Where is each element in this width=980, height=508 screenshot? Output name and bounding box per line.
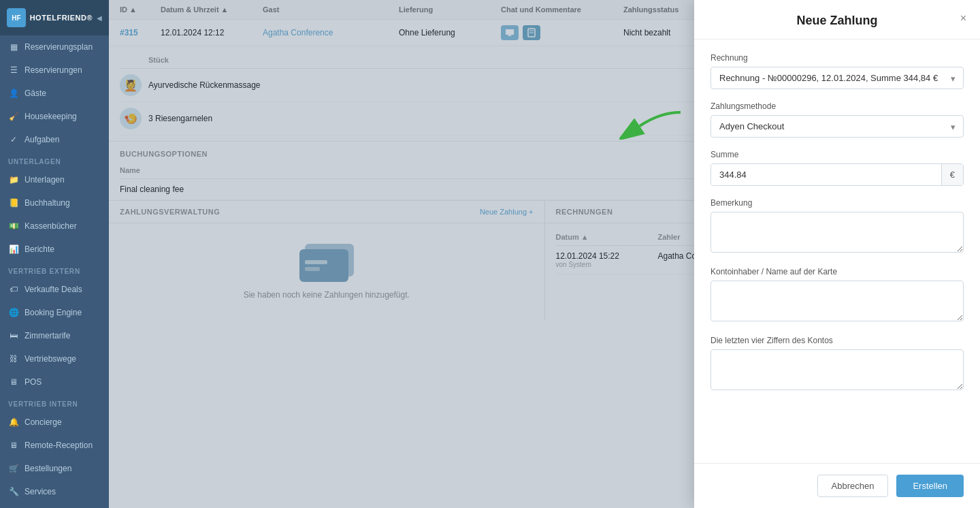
sidebar-toggle-icon[interactable]: ◀: [97, 14, 102, 22]
create-button[interactable]: Erstellen: [896, 475, 964, 497]
section-vertrieb-extern: VERTRIEB EXTERN: [0, 261, 109, 278]
main-content: ID ▲ Datum & Uhrzeit ▲ Gast Lieferung Ch…: [109, 0, 980, 508]
sidebar-item-concierge[interactable]: 🔔 Concierge: [0, 411, 109, 434]
arrow-indicator: [619, 106, 674, 133]
rechnung-select-wrapper: Rechnung - №00000296, 12.01.2024, Summe …: [710, 67, 964, 89]
panel-body: Rechnung Rechnung - №00000296, 12.01.202…: [694, 39, 980, 463]
sidebar-item-remote-reception[interactable]: 🖥 Remote-Reception: [0, 434, 109, 457]
list-icon: ☰: [8, 65, 19, 76]
sidebar-item-kassenbuecher[interactable]: 💵 Kassenbücher: [0, 215, 109, 238]
sidebar-item-aufgaben[interactable]: ✓ Aufgaben: [0, 128, 109, 151]
zahlungsmethode-select-wrapper: Adyen Checkout: [710, 115, 964, 138]
zahlungsmethode-select[interactable]: Adyen Checkout: [710, 115, 964, 138]
book-icon: 📒: [8, 197, 19, 208]
network-icon: ⛓: [8, 353, 19, 364]
panel-header: Neue Zahlung ×: [694, 0, 980, 39]
rechnung-select[interactable]: Rechnung - №00000296, 12.01.2024, Summe …: [710, 67, 964, 89]
rechnung-label: Rechnung: [710, 53, 964, 63]
sidebar-item-zimmertarife[interactable]: 🛏 Zimmertarife: [0, 324, 109, 347]
monitor-icon: 🖥: [8, 440, 19, 451]
sidebar-item-verkaufte-deals[interactable]: 🏷 Verkaufte Deals: [0, 278, 109, 301]
sidebar-item-unterlagen[interactable]: 📁 Unterlagen: [0, 168, 109, 191]
bed-icon: 🛏: [8, 330, 19, 341]
sidebar-item-services[interactable]: 🔧 Services: [0, 480, 109, 503]
person-icon: 👤: [8, 88, 19, 99]
summe-wrapper: €: [710, 163, 964, 186]
sidebar-item-berichte[interactable]: 📊 Berichte: [0, 238, 109, 261]
sidebar: HF HOTELFRIEND® ◀ ▦ Reservierungsplan ☰ …: [0, 0, 109, 508]
rechnung-group: Rechnung Rechnung - №00000296, 12.01.202…: [710, 53, 964, 89]
logo-icon: HF: [7, 8, 26, 27]
sidebar-item-pos[interactable]: 🖥 POS: [0, 370, 109, 394]
globe-icon: 🌐: [8, 307, 19, 318]
cancel-button[interactable]: Abbrechen: [817, 475, 889, 497]
pos-icon: 🖥: [8, 377, 19, 387]
close-button[interactable]: ×: [960, 12, 966, 25]
kontoinhaber-group: Kontoinhaber / Name auf der Karte: [710, 267, 964, 323]
panel-footer: Abbrechen Erstellen: [694, 463, 980, 508]
summe-currency: €: [941, 164, 963, 185]
summe-label: Summe: [710, 150, 964, 159]
bemerkung-group: Bemerkung: [710, 198, 964, 255]
zahlungsmethode-label: Zahlungsmethode: [710, 101, 964, 111]
check-icon: ✓: [8, 134, 19, 145]
sidebar-item-reservierungsplan[interactable]: ▦ Reservierungsplan: [0, 35, 109, 59]
sidebar-item-vertriebswege[interactable]: ⛓ Vertriebswege: [0, 347, 109, 370]
sidebar-logo[interactable]: HF HOTELFRIEND® ◀: [0, 0, 109, 35]
kontoinhaber-label: Kontoinhaber / Name auf der Karte: [710, 267, 964, 276]
section-vertrieb-intern: VERTRIEB INTERN: [0, 394, 109, 411]
sidebar-item-ticket-support[interactable]: 🎫 Ticket Support: [0, 503, 109, 508]
wrench-icon: 🔧: [8, 486, 19, 497]
sidebar-item-reservierungen[interactable]: ☰ Reservierungen: [0, 59, 109, 82]
last-four-group: Die letzten vier Ziffern des Kontos: [710, 336, 964, 392]
calendar-icon: ▦: [8, 42, 19, 52]
last-four-textarea[interactable]: [710, 349, 964, 390]
last-four-label: Die letzten vier Ziffern des Kontos: [710, 336, 964, 345]
sidebar-item-booking-engine[interactable]: 🌐 Booking Engine: [0, 301, 109, 324]
summe-group: Summe €: [710, 150, 964, 186]
section-unterlagen: UNTERLAGEN: [0, 151, 109, 168]
neue-zahlung-panel: Neue Zahlung × Rechnung Rechnung - №0000…: [694, 0, 980, 508]
sidebar-item-buchhaltung[interactable]: 📒 Buchhaltung: [0, 191, 109, 215]
cash-icon: 💵: [8, 221, 19, 232]
sidebar-item-housekeeping[interactable]: 🧹 Housekeeping: [0, 105, 109, 128]
broom-icon: 🧹: [8, 111, 19, 122]
logo-text: HOTELFRIEND®: [30, 14, 93, 22]
bemerkung-textarea[interactable]: [710, 212, 964, 253]
cart-icon: 🛒: [8, 463, 19, 474]
bemerkung-label: Bemerkung: [710, 198, 964, 208]
kontoinhaber-textarea[interactable]: [710, 281, 964, 321]
sidebar-item-bestellungen[interactable]: 🛒 Bestellungen: [0, 457, 109, 480]
bell-icon: 🔔: [8, 417, 19, 428]
summe-input[interactable]: [711, 164, 941, 185]
folder-icon: 📁: [8, 174, 19, 185]
sidebar-item-gaeste[interactable]: 👤 Gäste: [0, 82, 109, 105]
zahlungsmethode-group: Zahlungsmethode Adyen Checkout: [710, 101, 964, 138]
panel-title: Neue Zahlung: [796, 14, 877, 28]
chart-icon: 📊: [8, 244, 19, 255]
tag-icon: 🏷: [8, 284, 19, 295]
